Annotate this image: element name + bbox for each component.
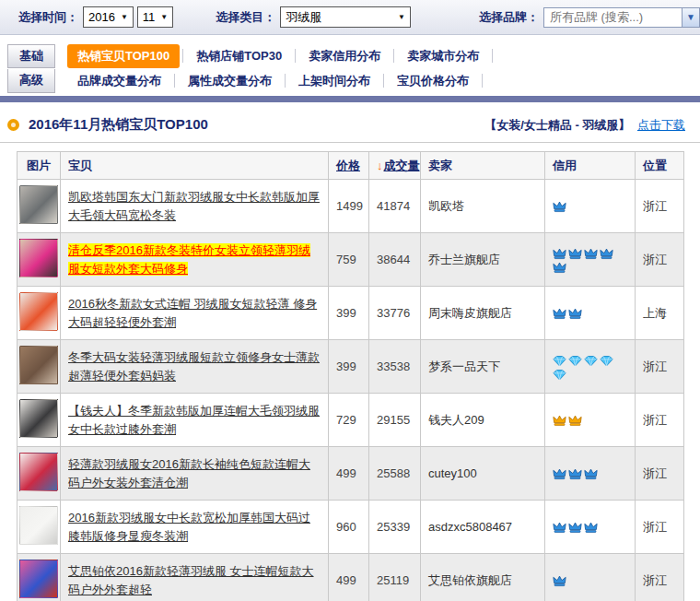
volume-value: 33776 xyxy=(369,287,421,340)
product-thumbnail[interactable] xyxy=(19,292,58,331)
location-value: 浙江 xyxy=(636,340,684,394)
category-breadcrumb: 【女装/女士精品 - 羽绒服】 xyxy=(484,118,630,132)
seller-name: 钱夫人209 xyxy=(421,394,545,447)
price-value: 960 xyxy=(329,501,369,554)
product-title-link[interactable]: 轻薄款羽绒服女2016新款长袖纯色短款连帽大码户外女装外套清仓潮 xyxy=(68,457,310,489)
advanced-tab-row: 高级 品牌成交量分布 属性成交量分布 上架时间分布 宝贝价格分布 xyxy=(0,68,700,93)
table-row: 艾思铂依2016新款轻薄羽绒服 女士连帽短款大码户外外套超轻49925119艾思… xyxy=(18,554,684,601)
volume-value: 38644 xyxy=(369,233,421,287)
chevron-down-icon: ▼ xyxy=(398,13,405,21)
table-header-row: 图片 宝贝 价格 ↓成交量 卖家 信用 位置 xyxy=(18,152,684,180)
year-select[interactable]: 2016 ▼ xyxy=(83,6,134,28)
product-thumbnail[interactable] xyxy=(19,185,58,224)
price-value: 729 xyxy=(329,394,369,447)
product-title-link[interactable]: 2016新款羽绒服女中长款宽松加厚韩国大码过膝韩版修身显瘦冬装潮 xyxy=(68,511,310,543)
blue-crown-icon xyxy=(584,468,598,480)
category-select-value: 羽绒服 xyxy=(286,9,321,26)
location-value: 浙江 xyxy=(636,447,684,501)
credit-rating xyxy=(545,501,636,554)
price-value: 399 xyxy=(329,340,369,394)
tab-seller-credit-distribution[interactable]: 卖家信用分布 xyxy=(296,44,393,68)
seller-name: 乔士兰旗舰店 xyxy=(421,233,545,287)
location-value: 浙江 xyxy=(636,394,684,447)
chevron-down-icon: ▼ xyxy=(160,13,168,21)
header-image: 图片 xyxy=(18,152,61,180)
product-thumbnail[interactable] xyxy=(19,453,58,491)
brand-filter-label: 选择品牌： xyxy=(479,9,539,26)
location-value: 浙江 xyxy=(636,554,684,601)
year-select-value: 2016 xyxy=(88,10,115,24)
top100-table: 图片 宝贝 价格 ↓成交量 卖家 信用 位置 凯欧塔韩国东大门新款羽绒服女中长款… xyxy=(17,151,684,601)
header-volume-sort-link[interactable]: 成交量 xyxy=(384,159,420,172)
product-thumbnail[interactable] xyxy=(19,239,58,277)
tab-hot-items-top100[interactable]: 热销宝贝TOP100 xyxy=(67,44,180,68)
header-location: 位置 xyxy=(636,152,684,180)
volume-value: 25339 xyxy=(369,501,421,554)
brand-search-input[interactable] xyxy=(543,7,682,28)
volume-value: 41874 xyxy=(369,180,421,233)
location-value: 上海 xyxy=(636,287,684,340)
blue-crown-icon xyxy=(584,522,598,534)
header-item: 宝贝 xyxy=(61,152,329,180)
product-thumbnail[interactable] xyxy=(19,560,58,598)
month-select[interactable]: 11 ▼ xyxy=(137,6,173,28)
credit-rating xyxy=(545,233,636,287)
price-value: 1499 xyxy=(329,180,369,233)
volume-value: 29155 xyxy=(369,394,421,447)
blue-crown-icon xyxy=(553,468,566,480)
basic-tab-row: 基础 热销宝贝TOP100 热销店铺TOP30 卖家信用分布 卖家城市分布 xyxy=(0,43,700,68)
blue-diamond-icon xyxy=(584,355,598,367)
gold-crown-icon xyxy=(568,415,582,427)
credit-rating xyxy=(545,287,636,340)
product-title-link[interactable]: 艾思铂依2016新款轻薄羽绒服 女士连帽短款大码户外外套超轻 xyxy=(68,564,314,596)
gold-crown-icon xyxy=(553,415,566,427)
credit-rating xyxy=(545,340,636,394)
volume-value: 33538 xyxy=(369,340,421,394)
tab-hot-shops-top30[interactable]: 热销店铺TOP30 xyxy=(183,44,295,68)
product-thumbnail[interactable] xyxy=(19,506,58,545)
blue-crown-icon xyxy=(553,522,566,534)
location-value: 浙江 xyxy=(636,501,684,554)
brand-dropdown-button[interactable]: ▼ xyxy=(682,7,700,28)
tab-item-price-distribution[interactable]: 宝贝价格分布 xyxy=(384,69,482,93)
tabs-divider-bar xyxy=(0,96,700,102)
header-price-sort-link[interactable]: 价格 xyxy=(336,159,360,172)
product-title-link[interactable]: 2016秋冬新款女式连帽 羽绒服女短款轻薄 修身大码超轻轻便外套潮 xyxy=(68,297,317,329)
product-title-link[interactable]: 冬季大码女装轻薄羽绒服短款立领修身女士薄款超薄轻便外套妈妈装 xyxy=(68,350,320,383)
blue-crown-icon xyxy=(568,308,582,320)
blue-diamond-icon xyxy=(600,355,613,367)
chevron-down-icon: ▼ xyxy=(121,13,128,21)
product-title-link[interactable]: 凯欧塔韩国东大门新款羽绒服女中长款韩版加厚大毛领大码宽松冬装 xyxy=(68,190,320,222)
price-value: 399 xyxy=(329,287,369,340)
sort-desc-icon: ↓ xyxy=(377,159,383,172)
bullet-icon xyxy=(7,119,19,131)
blue-crown-icon xyxy=(553,262,566,274)
credit-rating xyxy=(545,447,636,501)
advanced-tabs-label: 高级 xyxy=(7,69,55,93)
product-title-link[interactable]: 【钱夫人】冬季新款韩版加厚连帽大毛领羽绒服女中长款过膝外套潮 xyxy=(68,404,320,436)
product-thumbnail[interactable] xyxy=(19,346,58,384)
download-link[interactable]: 点击下载 xyxy=(637,118,685,132)
table-row: 冬季大码女装轻薄羽绒服短款立领修身女士薄款超薄轻便外套妈妈装39933538梦系… xyxy=(18,340,684,394)
category-select[interactable]: 羽绒服 ▼ xyxy=(280,6,411,28)
tabs-section: 基础 热销宝贝TOP100 热销店铺TOP30 卖家信用分布 卖家城市分布 高级… xyxy=(0,43,700,102)
table-row: 【钱夫人】冬季新款韩版加厚连帽大毛领羽绒服女中长款过膝外套潮72929155钱夫… xyxy=(18,394,684,447)
tab-listing-time-distribution[interactable]: 上架时间分布 xyxy=(286,69,383,93)
tab-brand-volume-distribution[interactable]: 品牌成交量分布 xyxy=(64,69,174,93)
blue-crown-icon xyxy=(553,201,566,213)
tab-attribute-volume-distribution[interactable]: 属性成交量分布 xyxy=(175,69,285,93)
blue-diamond-icon xyxy=(553,355,566,367)
category-filter-label: 选择类目： xyxy=(216,9,275,26)
price-value: 759 xyxy=(329,233,369,287)
credit-rating xyxy=(545,394,636,447)
product-thumbnail[interactable] xyxy=(19,399,58,438)
blue-crown-icon xyxy=(568,468,582,480)
credit-rating xyxy=(545,180,636,233)
seller-name: 梦系一品天下 xyxy=(421,340,545,394)
seller-name: asdzxc5808467 xyxy=(421,501,545,554)
blue-diamond-icon xyxy=(553,369,566,381)
blue-crown-icon xyxy=(600,248,613,260)
table-row: 凯欧塔韩国东大门新款羽绒服女中长款韩版加厚大毛领大码宽松冬装149941874凯… xyxy=(18,180,684,233)
tab-seller-city-distribution[interactable]: 卖家城市分布 xyxy=(394,44,492,68)
product-title-link[interactable]: 清仓反季2016新款冬装特价女装立领轻薄羽绒服女短款外套大码修身 xyxy=(68,243,310,276)
